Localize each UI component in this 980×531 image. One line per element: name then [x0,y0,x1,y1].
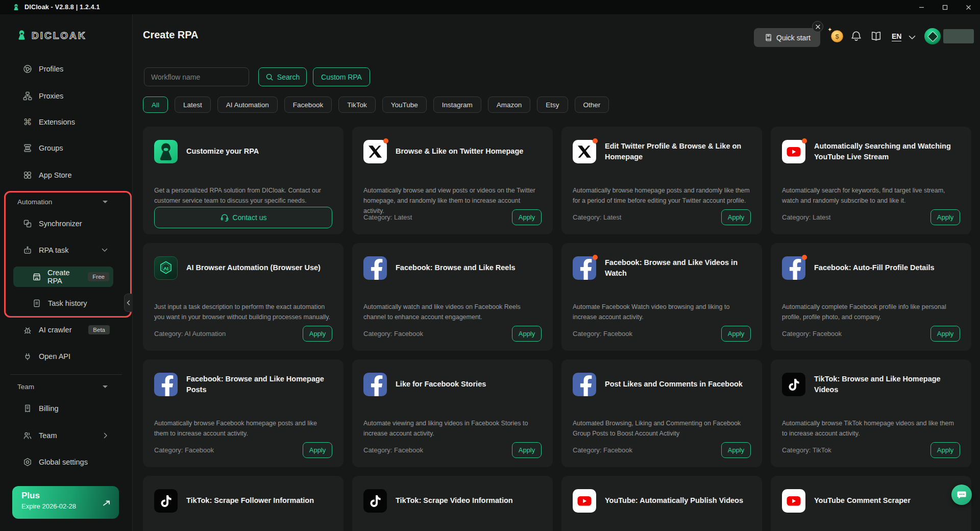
tiktok-icon [782,373,805,396]
apply-button[interactable]: Apply [303,442,332,458]
filter-tab[interactable]: Instagram [433,96,481,113]
apply-button[interactable]: Apply [721,442,751,458]
sidebar-section-automation[interactable]: Automation [17,191,126,212]
ai-automation-icon: AI [154,256,178,280]
quick-start-button[interactable]: Quick start [754,28,820,47]
card-title: TikTok: Browse and Like Homepage Videos [814,374,960,395]
plan-banner[interactable]: Plus Expire 2026-02-28 [12,486,119,519]
card-header: Facebook: Auto-Fill Profile Details [782,256,960,280]
sidebar-collapse-handle[interactable] [124,294,132,312]
sidebar-item-profiles[interactable]: Profiles [23,59,126,79]
apply-button[interactable]: Apply [930,209,960,225]
sidebar-item-label: Team [39,431,57,440]
apply-button[interactable]: Apply [930,326,960,342]
sidebar-divider [10,374,122,375]
filter-tab[interactable]: Latest [175,96,211,113]
apply-button[interactable]: Apply [721,326,751,342]
filter-tab[interactable]: Amazon [488,96,531,113]
docs-book-icon[interactable] [870,31,882,41]
avatar[interactable] [924,28,941,44]
sidebar-item-task-history[interactable]: Task history [32,293,126,313]
billing-icon [23,404,32,413]
card-description: Automatically complete Facebook profile … [782,302,960,323]
card-header: Browse & Like on Twitter Homepage [363,140,542,163]
apply-button[interactable]: Apply [512,442,542,458]
card-header: Edit Twitter Profile & Browse & Like on … [573,140,751,163]
card-footer: Category: Facebook Apply [363,325,542,342]
coin-icon[interactable]: $ [831,30,843,42]
filter-tab[interactable]: TikTok [338,96,376,113]
sidebar-item-groups[interactable]: Groups [23,138,126,158]
notification-dot [802,138,807,143]
filter-tab[interactable]: All [143,96,168,113]
sidebar-item-create-rpa[interactable]: Create RPA Free [13,267,113,287]
account-name-redacted[interactable] [943,29,974,43]
card-category: Category: AI Automation [154,330,226,337]
filter-tab[interactable]: Etsy [537,96,568,113]
rpa-card-grid: Customize your RPA Get a personalized RP… [143,127,971,531]
card-footer: Category: Facebook Apply [573,325,751,342]
chat-support-button[interactable] [951,485,972,505]
collapse-caret-icon [103,201,108,203]
sidebar-item-team[interactable]: Team [23,425,126,446]
apply-button[interactable]: Apply [303,326,332,342]
apply-button[interactable]: Apply [512,209,542,225]
card-header: Customize your RPA [154,140,332,163]
minimize-button[interactable] [910,0,933,14]
sidebar-section-team[interactable]: Team [17,376,126,397]
filter-tab[interactable]: YouTube [382,96,427,113]
quick-start-close-button[interactable] [812,21,823,32]
chevron-down-icon[interactable] [909,35,916,40]
card-description: Automatically browse Facebook homepage p… [154,419,332,439]
card-title: Facebook: Browse and Like Homepage Posts [186,374,332,395]
filter-tab[interactable]: Facebook [284,96,332,113]
card-description: Automatically browse TikTok homepage vid… [782,419,960,439]
notification-dot [593,138,598,143]
card-description: Get a personalized RPA solution from DIC… [154,186,332,206]
card-footer: Category: AI Automation Apply [154,325,332,342]
section-label: Team [17,383,34,391]
filter-tabs: All Latest AI Automation Facebook TikTok… [143,96,609,113]
apply-button[interactable]: Apply [930,442,960,458]
workflow-name-input[interactable] [144,67,249,86]
filter-tab[interactable]: AI Automation [217,96,278,113]
sidebar-item-synchronizer[interactable]: Synchronizer [23,213,126,234]
facebook-icon [573,373,596,396]
search-button[interactable]: Search [258,67,307,86]
x-twitter-icon [363,140,387,163]
sidebar-item-proxies[interactable]: Proxies [23,86,126,106]
sidebar-item-open-api[interactable]: Open API [23,346,126,367]
filter-tab[interactable]: Other [575,96,609,113]
language-selector[interactable]: EN [892,32,901,41]
sidebar-item-label: Global settings [39,458,88,466]
sidebar-item-rpa-task[interactable]: RPA task [23,240,126,260]
card-title: Facebook: Auto-Fill Profile Details [814,262,935,273]
apply-button[interactable]: Apply [721,209,751,225]
main-content: Create RPA Quick start $ EN Search Custo… [133,14,980,531]
sidebar-item-global-settings[interactable]: Global settings [23,452,126,472]
window-title: DICloak - V2.8.8 | 1.2.4.1 [24,4,100,11]
sidebar-item-extensions[interactable]: Extensions [23,112,126,132]
sidebar-item-label: Create RPA [47,269,82,285]
card-header: YouTube: Automatically Publish Videos [573,489,751,513]
custom-rpa-button[interactable]: Custom RPA [313,67,370,86]
sidebar-item-label: Profiles [39,65,63,73]
maximize-button[interactable] [933,0,957,14]
logo-wordmark: DICLOAK [32,30,87,41]
sidebar-item-app-store[interactable]: App Store [23,165,126,185]
close-button[interactable] [957,0,980,14]
card-title: YouTube: Automatically Publish Videos [605,495,743,506]
card-footer: Category: Facebook Apply [573,442,751,458]
sidebar-item-billing[interactable]: Billing [23,398,126,419]
notifications-bell-icon[interactable] [851,31,862,41]
facebook-icon [363,256,387,280]
create-rpa-icon [32,272,41,281]
rpa-card: Facebook: Browse and Like Reels Automati… [352,243,553,351]
apply-button[interactable]: Apply [512,326,542,342]
sidebar-item-ai-crawler[interactable]: AI crawler Beta [23,320,126,340]
contact-us-button[interactable]: Contact us [154,207,332,228]
window-titlebar: DICloak - V2.8.8 | 1.2.4.1 [0,0,980,14]
sidebar-item-label: Proxies [39,92,63,100]
card-category: Category: Facebook [363,330,423,337]
notification-dot [802,255,807,260]
